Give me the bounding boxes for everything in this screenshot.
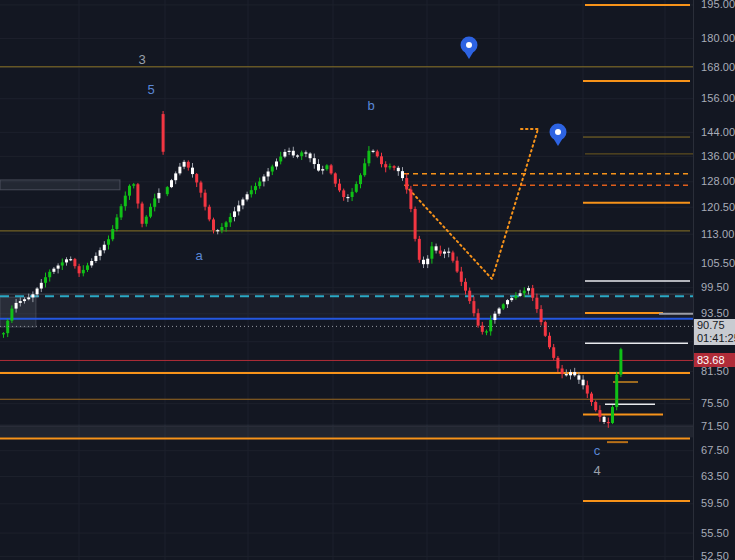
wave-label[interactable]: b bbox=[367, 98, 374, 113]
candle-body bbox=[317, 164, 320, 170]
price-tick-label: 63.50 bbox=[701, 470, 729, 482]
candle-body bbox=[439, 251, 442, 254]
candle-body bbox=[468, 291, 471, 301]
candle-body bbox=[141, 204, 144, 224]
candle-body bbox=[548, 336, 551, 347]
candle-body bbox=[342, 190, 345, 197]
price-axis[interactable]: 195.00180.00168.00156.00144.00136.00128.… bbox=[693, 0, 735, 560]
zone-rect[interactable] bbox=[0, 180, 120, 190]
candle-body bbox=[216, 230, 219, 231]
candle-body bbox=[443, 252, 446, 254]
price-tick-label: 120.50 bbox=[701, 201, 735, 213]
candle-body bbox=[523, 291, 526, 294]
countdown-price-badge: 90.75 01:41:25 bbox=[694, 319, 735, 345]
candle-body bbox=[556, 358, 559, 369]
candle-body bbox=[418, 239, 421, 260]
candle-body bbox=[397, 168, 400, 171]
countdown-label: 01:41:25 bbox=[697, 332, 735, 345]
map-pin-hole bbox=[555, 129, 561, 135]
wave-label[interactable]: a bbox=[195, 248, 203, 263]
candle-body bbox=[338, 184, 341, 191]
candle-body bbox=[607, 422, 610, 423]
candle-body bbox=[481, 326, 484, 332]
candle-body bbox=[15, 303, 18, 309]
candle-body bbox=[493, 314, 496, 320]
candle-body bbox=[229, 217, 232, 222]
candle-body bbox=[153, 198, 156, 206]
candle-body bbox=[195, 174, 198, 182]
candle-body bbox=[561, 368, 564, 374]
candle-body bbox=[288, 151, 291, 152]
candle-body bbox=[594, 402, 597, 410]
candle-body bbox=[78, 266, 81, 273]
candle-body bbox=[145, 217, 148, 224]
candle-body bbox=[393, 166, 396, 168]
candle-body bbox=[300, 152, 303, 156]
candle-body bbox=[619, 349, 622, 374]
candle-body bbox=[40, 283, 43, 289]
candle-body bbox=[464, 282, 467, 291]
candle-body bbox=[115, 217, 118, 229]
candle-body bbox=[472, 301, 475, 313]
candle-body bbox=[208, 207, 211, 220]
candle-body bbox=[296, 155, 299, 156]
price-chart-canvas[interactable]: 35abc4 bbox=[0, 0, 735, 560]
candle-body bbox=[540, 309, 543, 322]
candle-body bbox=[10, 309, 13, 321]
candle-body bbox=[279, 157, 282, 162]
alert-price-badge[interactable]: 83.68 bbox=[694, 353, 735, 367]
candle-body bbox=[6, 321, 9, 333]
candle-body bbox=[52, 269, 55, 272]
candle-body bbox=[460, 272, 463, 282]
candle-body bbox=[162, 114, 165, 152]
candle-body bbox=[69, 259, 72, 260]
candle-body bbox=[367, 151, 370, 164]
candle-body bbox=[262, 176, 265, 181]
candle-body bbox=[275, 161, 278, 166]
candle-body bbox=[166, 187, 169, 194]
candle-body bbox=[65, 259, 68, 262]
wave-label[interactable]: 3 bbox=[138, 52, 145, 67]
price-tick-label: 99.50 bbox=[701, 281, 729, 293]
candle-body bbox=[502, 304, 505, 308]
candle-body bbox=[506, 300, 509, 304]
candle-body bbox=[355, 184, 358, 192]
candle-body bbox=[498, 309, 501, 314]
candle-body bbox=[477, 313, 480, 325]
candle-body bbox=[271, 166, 274, 171]
candle-body bbox=[73, 259, 76, 266]
zone-rect[interactable] bbox=[0, 294, 693, 318]
candle-body bbox=[120, 206, 123, 217]
candle-body bbox=[447, 252, 450, 253]
candle-body bbox=[61, 262, 64, 265]
wave-label[interactable]: c bbox=[594, 443, 601, 458]
candle-body bbox=[325, 165, 328, 169]
candle-body bbox=[359, 175, 362, 184]
price-tick-label: 156.00 bbox=[701, 92, 735, 104]
wave-label[interactable]: 4 bbox=[593, 463, 600, 478]
candle-body bbox=[485, 331, 488, 332]
candle-body bbox=[187, 162, 190, 168]
candle-body bbox=[57, 266, 60, 269]
candle-body bbox=[90, 261, 93, 265]
wave-label[interactable]: 5 bbox=[147, 82, 154, 97]
price-tick-label: 180.00 bbox=[701, 32, 735, 44]
candle-body bbox=[456, 261, 459, 272]
candle-body bbox=[225, 222, 228, 227]
candle-body bbox=[132, 184, 135, 186]
candle-body bbox=[330, 165, 333, 173]
candle-body bbox=[48, 272, 51, 277]
candle-body bbox=[351, 192, 354, 197]
candle-body bbox=[309, 154, 312, 159]
candle-body bbox=[157, 193, 160, 198]
candle-body bbox=[363, 163, 366, 175]
alert-price-label: 83.68 bbox=[697, 353, 735, 367]
candle-body bbox=[27, 297, 30, 299]
candle-body bbox=[258, 181, 261, 186]
last-price-label: 90.75 bbox=[697, 319, 735, 332]
candle-body bbox=[174, 173, 177, 180]
candle-body bbox=[233, 211, 236, 217]
candle-body bbox=[254, 186, 257, 190]
candle-body bbox=[136, 184, 139, 203]
zone-rect[interactable] bbox=[0, 425, 693, 438]
